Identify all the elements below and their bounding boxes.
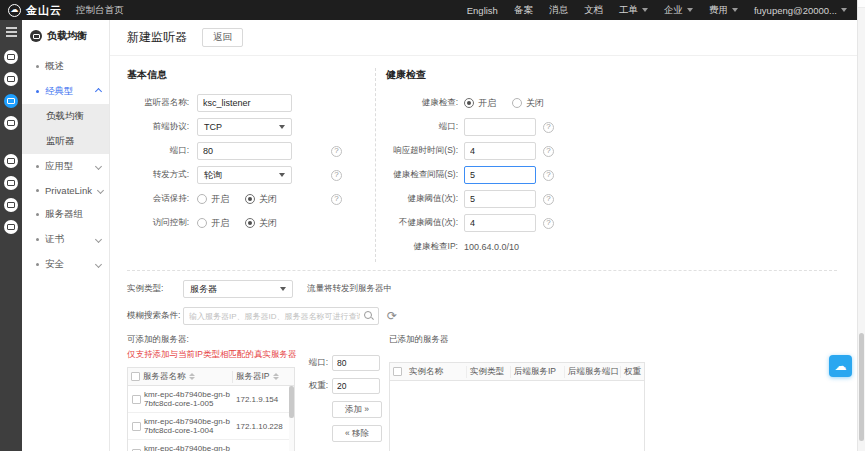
listener-name-input[interactable] [197,94,292,112]
main-content: 新建监听器 返回 基本信息 监听器名称: 前端协议: TCP 端口: ? [110,20,857,451]
check-interval-label: 健康检查间隔(S): [386,169,458,181]
load-balancer-icon [30,30,42,42]
port-input[interactable] [197,142,292,160]
product-icon-6[interactable] [4,198,18,212]
row-checkbox[interactable] [132,395,141,404]
sidebar-item-security[interactable]: 安全 [22,252,109,277]
server-row[interactable]: kmr-epc-4b7940be-gn-b7bfc8cd-core-1-005 … [128,386,294,413]
caret-down-icon [642,8,648,12]
product-icon-load-balancer-active[interactable] [4,94,18,108]
response-timeout-input[interactable] [464,142,536,160]
sidebar-item-server-group[interactable]: 服务器组 [22,202,109,227]
access-on-radio[interactable] [197,218,207,228]
fuzzy-search-label: 模糊搜索条件: [127,310,183,322]
topbar-item-beian[interactable]: 备案 [514,4,533,17]
product-icon-rail [0,20,22,451]
topbar-menu-tickets[interactable]: 工单 [619,4,648,17]
instance-type-select[interactable]: 服务器 [183,280,293,298]
topbar-menu-enterprise[interactable]: 企业 [664,4,693,17]
topbar-item-messages[interactable]: 消息 [549,4,568,17]
unhealthy-threshold-input[interactable] [464,214,536,232]
server-row[interactable]: kmr-epc-4b7940be-gn-b7bfc8cd-core-1-003 … [128,440,294,451]
port-label: 端口: [127,145,189,157]
health-off-radio[interactable] [512,98,522,108]
server-search-input[interactable] [183,307,379,325]
help-icon[interactable]: ? [543,194,554,205]
search-icon[interactable] [364,311,374,321]
cloud-assistant-float-button[interactable]: ☁ [829,355,852,377]
table-scrollbar[interactable] [289,386,294,451]
menu-icon[interactable] [6,27,17,37]
help-icon[interactable]: ? [543,122,554,133]
help-icon[interactable]: ? [331,170,342,181]
protocol-select[interactable]: TCP [197,118,292,136]
page-scrollbar[interactable] [857,0,865,451]
caret-down-icon [279,173,285,177]
topbar-item-english[interactable]: English [467,5,498,16]
server-row[interactable]: kmr-epc-4b7940be-gn-b7bfc8cd-core-1-004 … [128,413,294,440]
topbar: ☁ 金山云 控制台首页 English 备案 消息 文档 工单 企业 费用 fu… [0,0,865,20]
sidebar-item-certificate[interactable]: 证书 [22,227,109,252]
health-check-toggle-label: 健康检查: [386,97,458,109]
console-home-link[interactable]: 控制台首页 [76,4,124,17]
chevron-down-icon [95,261,102,268]
page-title: 新建监听器 [127,29,187,46]
chevron-up-icon [95,88,102,95]
sidebar-item-application[interactable]: 应用型 [22,154,109,179]
sidebar-item-listener[interactable]: 监听器 [22,129,109,154]
product-icon-7[interactable] [4,220,18,234]
transfer-port-input[interactable] [332,355,380,371]
scroll-up-arrow[interactable] [858,0,865,8]
health-on-radio[interactable] [464,98,474,108]
added-select-all-checkbox[interactable] [393,367,402,376]
table-scrollbar-thumb[interactable] [289,386,294,418]
select-all-checkbox[interactable] [131,372,140,381]
product-icon-5[interactable] [4,176,18,190]
session-off-radio[interactable] [245,194,255,204]
sort-icon[interactable] [189,373,195,380]
product-icon-4[interactable] [4,154,18,168]
added-table-header: 实例名称 实例类型 后端服务IP 后端服务端口 权重 [390,363,644,381]
listener-name-label: 监听器名称: [127,97,189,109]
check-interval-input[interactable] [464,166,536,184]
transfer-weight-input[interactable] [332,378,380,394]
caret-down-icon [279,125,285,129]
remove-server-button[interactable]: « 移除 [332,425,382,442]
transfer-controls: 端口: 权重: 添加 » « 移除 [304,334,382,442]
help-icon[interactable]: ? [543,218,554,229]
topbar-account-menu[interactable]: fuyupeng@20000... [754,5,847,16]
back-button[interactable]: 返回 [202,28,243,47]
topbar-menu-billing[interactable]: 费用 [709,4,738,17]
bullet-icon [36,90,39,93]
access-off-radio[interactable] [245,218,255,228]
sidebar-item-classic[interactable]: 经典型 [22,79,109,104]
available-servers-table: 服务器名称 服务器IP kmr-epc-4b7940be-gn-b7bfc8cd… [127,367,295,451]
added-servers-panel: 已添加的服务器 实例名称 实例类型 后端服务IP 后端服务端口 权重 [389,334,645,451]
forward-method-select[interactable]: 轮询 [197,166,292,184]
health-port-label: 端口: [386,121,458,133]
row-checkbox[interactable] [132,422,141,431]
product-icon-2[interactable] [4,72,18,86]
sidebar-item-load-balancing[interactable]: 负载均衡 [22,104,109,129]
added-servers-title: 已添加的服务器 [389,334,645,346]
sidebar-item-overview[interactable]: 概述 [22,54,109,79]
product-icon-3[interactable] [4,116,18,130]
available-servers-title: 可添加的服务器: [127,334,295,346]
help-icon[interactable]: ? [331,146,342,157]
refresh-icon[interactable]: ⟳ [387,310,397,322]
column-backend-ip: 后端服务IP [514,366,556,378]
sidebar-item-privatelink[interactable]: PrivateLink [22,179,109,202]
session-persistence-label: 会话保持: [127,193,189,205]
healthy-threshold-input[interactable] [464,190,536,208]
health-port-input[interactable] [464,118,536,136]
add-server-button[interactable]: 添加 » [332,401,382,418]
page-scrollbar-thumb[interactable] [859,333,864,441]
help-icon[interactable]: ? [543,146,554,157]
session-on-radio[interactable] [197,194,207,204]
topbar-item-docs[interactable]: 文档 [584,4,603,17]
product-icon-1[interactable] [4,50,18,64]
help-icon[interactable]: ? [543,170,554,181]
sidebar-classic-submenu: 负载均衡 监听器 [22,104,109,154]
help-icon[interactable]: ? [331,194,342,205]
sort-icon[interactable] [273,373,279,380]
